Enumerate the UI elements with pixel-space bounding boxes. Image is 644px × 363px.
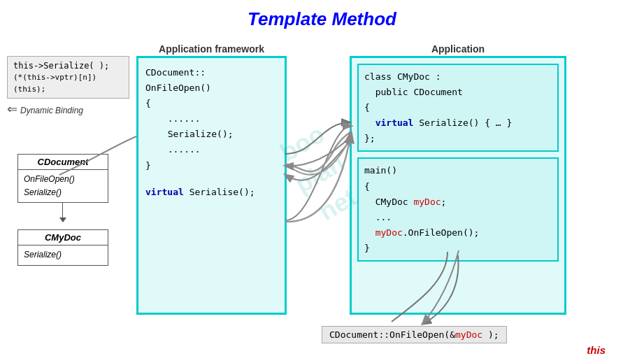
bottom-code-text: CDocument::OnFileOpen(&	[329, 329, 455, 340]
app-b-line5: myDoc.OnFileOpen();	[364, 225, 552, 241]
app-top-box: class CMyDoc : public CDocument { virtua…	[357, 64, 559, 152]
big-arrow-2	[285, 133, 351, 222]
bottom-code-box: CDocument::OnFileOpen(&myDoc );	[322, 326, 507, 343]
arrow-serialize	[285, 122, 350, 154]
fw-line6: ......	[157, 142, 278, 157]
app-line3: {	[364, 100, 552, 115]
app-b-line6: }	[364, 241, 552, 256]
fw-line5: Serialize();	[157, 127, 278, 142]
arrow-main-dispatch	[285, 131, 351, 171]
app-label: Application	[350, 43, 566, 55]
fw-line2: OnFileOpen()	[145, 80, 278, 96]
app-b-line1: main()	[364, 163, 552, 178]
cmydoc-method1: Serialize()	[24, 248, 102, 262]
framework-box: CDocument:: OnFileOpen() { ...... Serial…	[136, 56, 287, 315]
virtual-keyword2: virtual	[375, 118, 414, 128]
uml-diagram: CDocument OnFileOpen() Serialize() CMyDo…	[17, 154, 126, 266]
fw-line7: }	[145, 158, 278, 173]
app-line5: };	[364, 131, 552, 146]
cmydoc-body: Serialize()	[18, 245, 108, 264]
cmydoc-header: CMyDoc	[18, 230, 108, 245]
cdocument-class: CDocument OnFileOpen() Serialize()	[17, 154, 108, 203]
app-b-line4: ...	[364, 210, 552, 225]
cmydoc-class: CMyDoc Serialize()	[17, 229, 108, 265]
return-arrow	[285, 136, 351, 166]
bottom-code-suffix: );	[482, 329, 499, 340]
binding-line2: (*(this->vptr)[n])(this);	[13, 72, 123, 95]
framework-label: Application framework	[136, 43, 287, 55]
app-line1: class CMyDoc :	[364, 69, 552, 85]
framework-code: CDocument:: OnFileOpen() { ...... Serial…	[145, 65, 278, 200]
page-title: Template Method	[0, 0, 644, 36]
fw-virtual-line: virtual Serialise();	[145, 185, 278, 200]
mydoc-var2: myDoc	[375, 227, 403, 238]
fw-line4: ......	[157, 111, 278, 127]
mydoc-var: myDoc	[413, 197, 441, 207]
serialise-text: Serialise();	[189, 187, 255, 197]
app-bottom-box: main() { CMyDoc myDoc; ... myDoc.OnFileO…	[357, 157, 559, 262]
app-b-line3: CMyDoc myDoc;	[364, 194, 552, 210]
serialize-def: Serialize() { … }	[419, 118, 512, 128]
app-b-line2: {	[364, 179, 552, 194]
big-arrow-1	[285, 136, 351, 175]
left-panel: this->Serialize( ); (*(this->vptr)[n])(t…	[7, 56, 129, 117]
cdocument-header: CDocument	[18, 155, 108, 170]
fw-line1: CDocument::	[145, 65, 278, 80]
app-box: class CMyDoc : public CDocument { virtua…	[350, 56, 566, 315]
app-line2: public CDocument	[364, 85, 552, 100]
uml-connector	[62, 203, 63, 218]
dynamic-binding-label: Dynamic Binding	[20, 106, 83, 115]
bottom-mydoc-var: myDoc	[455, 329, 482, 340]
cdocument-method2: Serialize()	[24, 186, 102, 199]
bottom-this-label: this	[587, 344, 606, 356]
cdocument-body: OnFileOpen() Serialize()	[18, 170, 108, 202]
virtual-keyword: virtual	[145, 187, 184, 197]
fw-line3: {	[145, 96, 278, 111]
binding-line1: this->Serialize( );	[13, 59, 123, 72]
binding-code-box: this->Serialize( ); (*(this->vptr)[n])(t…	[7, 56, 129, 99]
left-arrow-icon: ⇐	[7, 101, 17, 117]
arrow-dynamic-dispatch	[285, 140, 351, 180]
app-line4: virtual Serialize() { … }	[364, 115, 552, 131]
cdocument-method1: OnFileOpen()	[24, 173, 102, 186]
arrow-virtual-serialise	[285, 126, 351, 220]
